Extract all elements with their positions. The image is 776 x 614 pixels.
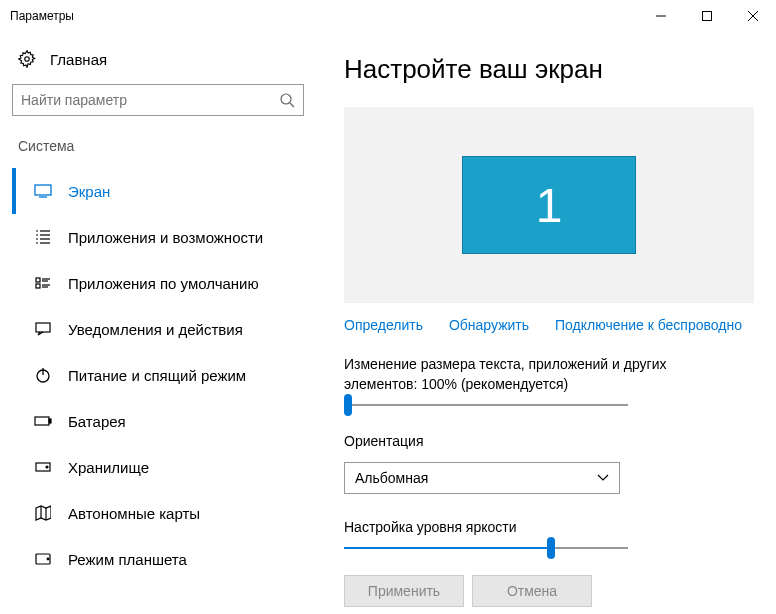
home-button[interactable]: Главная [12, 44, 320, 84]
page-title: Настройте ваш экран [344, 54, 756, 85]
sidebar-item-power[interactable]: Питание и спящий режим [12, 352, 320, 398]
search-field[interactable] [21, 92, 279, 108]
orientation-select[interactable]: Альбомная [344, 462, 620, 494]
sidebar-item-apps[interactable]: Приложения и возможности [12, 214, 320, 260]
sidebar-item-label: Приложения и возможности [68, 229, 263, 246]
svg-rect-18 [36, 284, 40, 288]
brightness-label: Настройка уровня яркости [344, 518, 724, 538]
sidebar-item-tablet[interactable]: Режим планшета [12, 536, 320, 582]
maps-icon [34, 505, 52, 521]
svg-line-6 [290, 103, 294, 107]
wireless-link[interactable]: Подключение к беспроводно [555, 317, 742, 333]
svg-point-29 [46, 466, 48, 468]
svg-rect-1 [703, 12, 712, 21]
svg-point-33 [47, 558, 49, 560]
svg-rect-26 [35, 417, 49, 425]
sidebar-item-display[interactable]: Экран [12, 168, 320, 214]
brightness-slider[interactable] [344, 547, 628, 549]
search-input[interactable] [12, 84, 304, 116]
tablet-icon [34, 553, 52, 565]
cancel-button: Отмена [472, 575, 592, 607]
apply-button: Применить [344, 575, 464, 607]
section-title: Система [18, 138, 320, 154]
search-icon [279, 92, 295, 108]
orientation-value: Альбомная [355, 470, 428, 486]
sidebar-item-label: Уведомления и действия [68, 321, 243, 338]
home-label: Главная [50, 51, 107, 68]
sidebar-item-label: Приложения по умолчанию [68, 275, 259, 292]
apps-icon [34, 229, 52, 245]
slider-thumb[interactable] [547, 537, 555, 559]
storage-icon [34, 462, 52, 472]
scale-slider[interactable] [344, 404, 628, 406]
svg-rect-17 [36, 278, 40, 282]
default-apps-icon [34, 275, 52, 291]
display-icon [34, 184, 52, 198]
svg-point-4 [25, 57, 30, 62]
gear-icon [18, 50, 36, 68]
minimize-button[interactable] [638, 0, 684, 32]
slider-thumb[interactable] [344, 394, 352, 416]
sidebar-item-default-apps[interactable]: Приложения по умолчанию [12, 260, 320, 306]
orientation-label: Ориентация [344, 432, 724, 452]
notifications-icon [34, 322, 52, 336]
maximize-button[interactable] [684, 0, 730, 32]
window-title: Параметры [10, 9, 638, 23]
sidebar-item-battery[interactable]: Батарея [12, 398, 320, 444]
sidebar-item-label: Питание и спящий режим [68, 367, 246, 384]
identify-link[interactable]: Определить [344, 317, 423, 333]
svg-point-5 [281, 94, 291, 104]
display-preview: 1 [344, 107, 754, 303]
sidebar-item-label: Экран [68, 183, 110, 200]
sidebar-item-notifications[interactable]: Уведомления и действия [12, 306, 320, 352]
detect-link[interactable]: Обнаружить [449, 317, 529, 333]
monitor-1[interactable]: 1 [462, 156, 636, 254]
chevron-down-icon [597, 474, 609, 482]
sidebar-item-label: Батарея [68, 413, 126, 430]
scale-label: Изменение размера текста, приложений и д… [344, 355, 724, 394]
svg-rect-23 [36, 323, 50, 332]
sidebar-item-label: Хранилище [68, 459, 149, 476]
sidebar-item-label: Автономные карты [68, 505, 200, 522]
svg-rect-7 [35, 185, 51, 195]
battery-icon [34, 416, 52, 426]
sidebar-item-storage[interactable]: Хранилище [12, 444, 320, 490]
sidebar-item-label: Режим планшета [68, 551, 187, 568]
close-button[interactable] [730, 0, 776, 32]
sidebar-item-maps[interactable]: Автономные карты [12, 490, 320, 536]
power-icon [34, 367, 52, 383]
svg-rect-27 [49, 419, 51, 423]
